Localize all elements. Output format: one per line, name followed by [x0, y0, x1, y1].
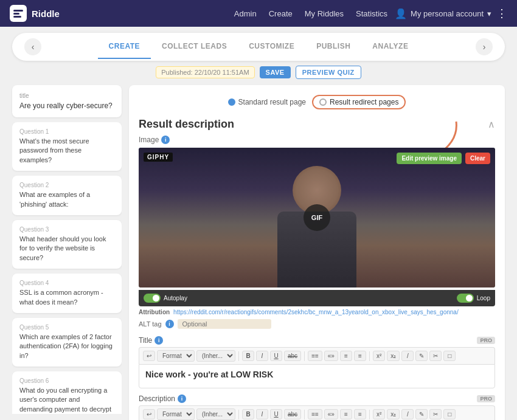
main-layout: title Are you really cyber-secure? Quest…: [12, 85, 505, 420]
tab-analyze[interactable]: ANALYZE: [361, 35, 419, 59]
top-navigation: Riddle Admin Create My Riddles Statistic…: [0, 0, 517, 27]
desc-super-button[interactable]: x²: [373, 409, 385, 419]
autoplay-toggle[interactable]: [144, 294, 161, 303]
loop-label: Loop: [477, 295, 490, 301]
sidebar-question-2[interactable]: Question 2 What are examples of a 'phish…: [12, 176, 122, 215]
app-logo[interactable]: Riddle: [10, 5, 60, 22]
tab-create[interactable]: CREATE: [98, 35, 151, 59]
special-chars-button[interactable]: ≡≡: [308, 351, 322, 361]
image-info-icon: i: [161, 136, 170, 144]
sidebar-title-card[interactable]: title Are you really cyber-secure?: [12, 85, 122, 117]
desc-link-button[interactable]: «»: [324, 409, 338, 419]
clear-format-button[interactable]: □: [443, 351, 456, 361]
slash-button[interactable]: /: [401, 351, 414, 361]
sidebar-title-text: Are you really cyber-secure?: [19, 102, 114, 110]
desc-edit-button[interactable]: ✎: [415, 409, 428, 419]
bold-button[interactable]: B: [242, 351, 254, 361]
clear-button[interactable]: Clear: [465, 153, 490, 164]
desc-editor-header: Description i PRO: [139, 394, 495, 403]
sidebar-question-6[interactable]: Question 6 What do you call encrypting a…: [12, 371, 122, 414]
logo-icon: [10, 5, 27, 22]
desc-editor-label: Description i: [139, 394, 186, 403]
tab-customize[interactable]: CUSTOMIZE: [238, 35, 305, 59]
sidebar-question-3[interactable]: Question 3 What header should you look f…: [12, 220, 122, 269]
tab-collect-leads[interactable]: COLLECT LEADS: [151, 35, 238, 59]
tab-publish[interactable]: PUBLISH: [305, 35, 361, 59]
autoplay-label: Autoplay: [164, 295, 187, 301]
desc-underline-button[interactable]: U: [270, 409, 282, 419]
edit-button[interactable]: ✎: [415, 351, 428, 361]
desc-clear-button[interactable]: □: [443, 409, 456, 419]
giphy-badge: GIPHY: [144, 153, 173, 162]
desc-special-button[interactable]: ≡≡: [308, 409, 322, 419]
desc-olist-button[interactable]: ≡: [354, 409, 366, 419]
desc-pro-badge: PRO: [477, 395, 495, 402]
cut-button[interactable]: ✂: [429, 351, 442, 361]
sidebar-questions: Question 1 What's the most secure passwo…: [12, 122, 122, 414]
preview-button[interactable]: PREVIEW QUIZ: [296, 66, 361, 79]
desc-bold-button[interactable]: B: [242, 409, 254, 419]
undo-button[interactable]: ↩: [143, 351, 155, 361]
list-button[interactable]: ≡: [340, 351, 352, 361]
more-menu-button[interactable]: ⋮: [496, 7, 507, 20]
image-label: Image i: [139, 136, 495, 144]
desc-editor-toolbar: ↩ Format (Inher... B I U abc ≡≡ «» ≡ ≡ x…: [139, 405, 495, 420]
desc-sub-button[interactable]: x₂: [387, 409, 400, 419]
desc-strikethrough-button[interactable]: abc: [284, 409, 301, 419]
tab-next-button[interactable]: ›: [476, 38, 493, 55]
redirect-result-tab[interactable]: Result redirect pages: [312, 95, 406, 109]
desc-cut-button[interactable]: ✂: [429, 409, 442, 419]
result-description-header: Result description ∧: [139, 118, 495, 131]
tab-prev-button[interactable]: ‹: [24, 38, 41, 55]
title-editor-label: Title i: [139, 336, 163, 345]
title-info-icon: i: [154, 336, 163, 345]
alt-tag-label: ALT tag: [139, 320, 162, 328]
desc-toolbar-divider-2: [304, 410, 305, 419]
svg-rect-0: [13, 10, 23, 12]
title-editor-header: Title i PRO: [139, 336, 495, 345]
attribution-url: https://reddit.com/r/reactiongifs/commen…: [173, 309, 459, 315]
superscript-button[interactable]: x²: [373, 351, 385, 361]
nav-links: Admin Create My Riddles Statistics: [234, 9, 387, 18]
gif-play-icon[interactable]: GIF: [304, 204, 330, 231]
gif-overlay-buttons: Edit preview image Clear: [397, 153, 490, 164]
account-menu[interactable]: 👤 My personal account ▾: [395, 8, 491, 19]
desc-italic-button[interactable]: I: [256, 409, 268, 419]
tab-items: CREATE COLLECT LEADS CUSTOMIZE PUBLISH A…: [41, 35, 476, 59]
loop-toggle[interactable]: [457, 294, 474, 303]
desc-inherit-select[interactable]: (Inher...: [196, 408, 235, 420]
alt-tag-input[interactable]: [178, 319, 271, 329]
toolbar-divider-3: [369, 351, 370, 361]
strikethrough-button[interactable]: abc: [284, 351, 301, 361]
collapse-button[interactable]: ∧: [488, 119, 495, 130]
subscript-button[interactable]: x₂: [387, 351, 400, 361]
desc-format-select[interactable]: Format: [157, 408, 195, 420]
italic-button[interactable]: I: [256, 351, 268, 361]
inherit-select[interactable]: (Inher...: [196, 350, 235, 362]
underline-button[interactable]: U: [270, 351, 282, 361]
standard-result-tab[interactable]: Standard result page: [228, 98, 306, 106]
desc-slash-button[interactable]: /: [401, 409, 414, 419]
link-button[interactable]: «»: [324, 351, 338, 361]
loop-toggle-group: Loop: [457, 294, 490, 303]
title-editor-content[interactable]: Nice work - you're at LOW RISK: [139, 364, 495, 388]
sidebar-question-5[interactable]: Question 5 Which are examples of 2 facto…: [12, 318, 122, 367]
standard-radio: [228, 98, 235, 106]
edit-preview-button[interactable]: Edit preview image: [397, 153, 462, 164]
alt-tag-row: ALT tag i: [139, 318, 495, 330]
nav-my-riddles[interactable]: My Riddles: [305, 9, 344, 18]
desc-toolbar-divider-3: [369, 410, 370, 419]
format-select[interactable]: Format: [157, 350, 195, 362]
published-label: Published: 22/10/20 11:51AM: [156, 66, 254, 78]
sidebar-question-1[interactable]: Question 1 What's the most secure passwo…: [12, 122, 122, 171]
desc-info-icon: i: [178, 394, 186, 403]
desc-list-button[interactable]: ≡: [340, 409, 352, 419]
nav-statistics[interactable]: Statistics: [356, 9, 387, 18]
sidebar-question-4[interactable]: Question 4 SSL is a common acronym - wha…: [12, 274, 122, 313]
save-button[interactable]: SAVE: [260, 66, 291, 78]
nav-admin[interactable]: Admin: [234, 9, 257, 18]
desc-undo-button[interactable]: ↩: [143, 409, 155, 419]
ordered-list-button[interactable]: ≡: [354, 351, 366, 361]
nav-create[interactable]: Create: [269, 9, 293, 18]
sidebar: title Are you really cyber-secure? Quest…: [12, 85, 122, 420]
